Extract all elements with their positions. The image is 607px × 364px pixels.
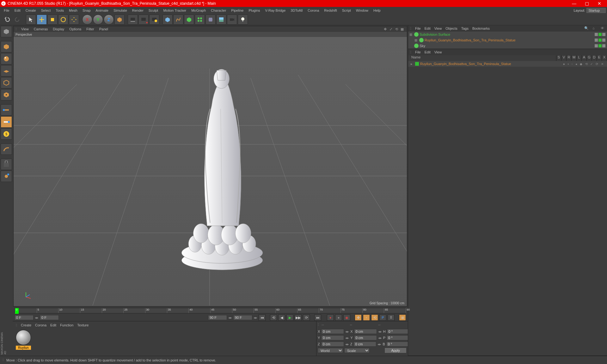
workplane-mode-button[interactable] [1, 65, 12, 76]
x-axis-button[interactable]: X [82, 15, 92, 25]
take-row[interactable]: ▸ Ruyilun_Guanyin_Bodhisattva_Son_Tra_Pe… [408, 61, 607, 67]
rotate-tool-button[interactable] [58, 15, 68, 25]
menu-file[interactable]: File [1, 7, 12, 14]
key-pla-button[interactable]: ⠿ [388, 314, 395, 321]
vp-menu-display[interactable]: Display [50, 27, 67, 31]
coord-z-input[interactable] [321, 342, 344, 347]
prev-key-button[interactable]: ⟲ [270, 314, 277, 321]
next-frame-button[interactable]: ▶▶ [295, 314, 302, 321]
coord-y-input[interactable] [321, 335, 344, 340]
menu-tools[interactable]: Tools [53, 7, 66, 14]
frame-start-field[interactable] [15, 315, 34, 320]
tweak-mode-button[interactable] [1, 143, 12, 155]
menu-vray[interactable]: V-Ray Bridge [263, 7, 288, 14]
menu-mograph[interactable]: MoGraph [189, 7, 208, 14]
layout-select[interactable]: Startup [586, 8, 606, 13]
object-mode-button[interactable] [1, 77, 12, 88]
camera-button[interactable] [227, 15, 237, 25]
recent-tool-button[interactable] [69, 15, 79, 25]
prev-frame-button[interactable]: ◀ [278, 314, 285, 321]
vp-rotate-icon[interactable]: ⟲ [394, 27, 399, 32]
menu-animate[interactable]: Animate [93, 7, 111, 14]
vp-menu-view[interactable]: View [19, 27, 31, 31]
size-y-input[interactable] [354, 335, 377, 340]
om-menu-objects[interactable]: Objects [445, 27, 457, 30]
rot-h-input[interactable] [387, 329, 410, 334]
menu-simulate[interactable]: Simulate [111, 7, 130, 14]
om-menu-edit[interactable]: Edit [425, 27, 431, 30]
timeline-ruler[interactable]: 051015202530354045505560657075808590 [15, 308, 406, 313]
om-eye-icon[interactable]: 👁 [601, 26, 605, 31]
mat-menu-create[interactable]: Create [21, 323, 31, 327]
light-button[interactable] [238, 15, 248, 25]
goto-start-button[interactable]: ⏮ [259, 314, 266, 321]
menu-help[interactable]: Help [371, 7, 383, 14]
render-pv-button[interactable]: ▸ [138, 15, 149, 25]
menu-corona[interactable]: Corona [305, 7, 322, 14]
menu-window[interactable]: Window [353, 7, 371, 14]
menu-sculpt[interactable]: Sculpt [146, 7, 161, 14]
tm-menu-file[interactable]: File [415, 50, 421, 54]
goto-end-button[interactable]: ⏭ [314, 314, 321, 321]
om-home-icon[interactable]: ⌂ [592, 26, 597, 31]
mat-menu-texture[interactable]: Texture [77, 323, 89, 327]
tm-menu-edit[interactable]: Edit [425, 50, 431, 54]
close-button[interactable]: ✕ [593, 0, 606, 7]
axis-mode-button[interactable] [1, 89, 12, 100]
frame-end-field[interactable] [208, 315, 227, 320]
snap-enable-button[interactable] [1, 159, 12, 170]
object-tree-row[interactable]: ⊞Ruyilun_Guanyin_Bodhisattva_Son_Tra_Pen… [408, 37, 607, 43]
autokey-button[interactable]: ● [335, 314, 342, 321]
minimize-button[interactable]: — [568, 0, 580, 7]
deformer-button[interactable] [205, 15, 216, 25]
record-button[interactable]: ● [327, 314, 334, 321]
z-axis-button[interactable]: Z [104, 15, 114, 25]
size-z-input[interactable] [353, 342, 376, 347]
menu-character[interactable]: Character [208, 7, 229, 14]
vp-layout-icon[interactable]: ▦ [400, 27, 405, 32]
menu-motion-tracker[interactable]: Motion Tracker [161, 7, 189, 14]
primitive-button[interactable] [162, 15, 173, 25]
material-item[interactable]: Ruyilun [16, 330, 31, 350]
mat-menu-corona[interactable]: Corona [35, 323, 46, 327]
move-tool-button[interactable] [37, 15, 47, 25]
make-editable-button[interactable] [1, 26, 12, 37]
key-pos-button[interactable]: ✥ [355, 314, 362, 321]
menu-create[interactable]: Create [23, 7, 39, 14]
menu-script[interactable]: Script [340, 7, 353, 14]
om-menu-view[interactable]: View [434, 27, 442, 30]
vp-menu-filter[interactable]: Filter [84, 27, 96, 31]
render-view-button[interactable] [128, 15, 138, 25]
coord-system-button[interactable] [114, 15, 125, 25]
mat-menu-edit[interactable]: Edit [50, 323, 56, 327]
size-x-input[interactable] [354, 329, 377, 334]
texture-mode-button[interactable] [1, 53, 12, 64]
menu-plugins[interactable]: Plugins [246, 7, 262, 14]
om-menu-file[interactable]: File [415, 27, 421, 30]
viewport-3d[interactable]: Grid Spacing : 10000 cm [14, 37, 407, 306]
menu-render[interactable]: Render [130, 7, 146, 14]
menu-pipeline[interactable]: Pipeline [229, 7, 246, 14]
polygon-mode-button[interactable]: $ [1, 128, 12, 140]
om-search-icon[interactable]: 🔍 [584, 26, 589, 31]
menu-edit[interactable]: Edit [12, 7, 23, 14]
tm-menu-view[interactable]: View [434, 50, 442, 54]
frame-current-field[interactable] [40, 315, 59, 320]
object-tree-row[interactable]: ⊞Subdivision Surface [408, 32, 607, 37]
object-tree[interactable]: ⊞Subdivision Surface⊞Ruyilun_Guanyin_Bod… [408, 32, 607, 49]
play-button[interactable]: ▶ [286, 314, 293, 321]
spline-button[interactable] [173, 15, 183, 25]
next-key-button[interactable]: ⟳ [303, 314, 310, 321]
keyframe-button[interactable]: ◉ [343, 314, 350, 321]
vp-menu-panel[interactable]: Panel [97, 27, 111, 31]
scale-tool-button[interactable] [47, 15, 58, 25]
y-axis-button[interactable]: Y [93, 15, 103, 25]
coord-world-select[interactable]: World [318, 348, 343, 353]
environment-button[interactable] [216, 15, 226, 25]
maximize-button[interactable]: ▢ [580, 0, 593, 7]
coord-x-input[interactable] [321, 329, 344, 334]
render-settings-button[interactable] [149, 15, 159, 25]
model-mode-button[interactable] [1, 41, 12, 52]
apply-button[interactable]: Apply [384, 348, 407, 353]
undo-button[interactable] [2, 15, 12, 25]
